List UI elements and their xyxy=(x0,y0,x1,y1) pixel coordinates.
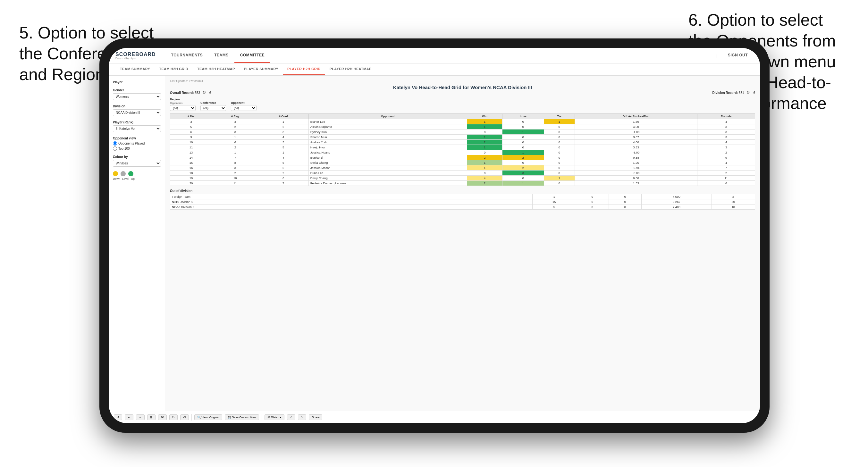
cell-conf: 4 xyxy=(258,155,308,160)
filter-region-label: Region xyxy=(170,98,195,101)
cell-loss: 0 xyxy=(502,145,544,150)
table-row: 16 3 6 Jessica Mason 1 2 0 -0.94 7 xyxy=(170,165,755,170)
table-row: 13 1 1 Jessica Huang 0 1 0 -3.00 2 xyxy=(170,150,755,155)
dot-yellow xyxy=(113,171,118,176)
cell-diff: 3.67 xyxy=(575,135,698,140)
cell-reg: 3 xyxy=(212,119,258,124)
cell-diff: 1.50 xyxy=(575,119,698,124)
out-of-division-table: Foreign Team 1 0 0 4.500 2 NAIA Division… xyxy=(170,194,755,210)
cell-conf: 6 xyxy=(258,165,308,170)
toolbar-back[interactable]: ← xyxy=(125,414,133,420)
cell-loss: 0 xyxy=(502,119,544,124)
cell-reg: 7 xyxy=(212,155,258,160)
sidebar-gender-section: Gender Women's xyxy=(113,89,161,100)
cell-conf: 1 xyxy=(258,119,308,124)
sub-nav-player-h2h-heatmap[interactable]: PLAYER H2H HEATMAP xyxy=(325,63,376,75)
cell-tie: 1 xyxy=(544,176,575,181)
cell-rounds: 4 xyxy=(698,160,755,165)
radio-opponents-played-input[interactable] xyxy=(113,142,117,146)
filter-region-select[interactable]: (All) xyxy=(170,105,195,111)
sidebar-gender-select[interactable]: Women's xyxy=(113,93,161,100)
toolbar-view-original[interactable]: 🔍 View: Original xyxy=(194,414,222,420)
sub-nav-player-h2h-grid[interactable]: PLAYER H2H GRID xyxy=(283,63,325,75)
cell-div: 13 xyxy=(170,150,212,155)
sidebar-division-select[interactable]: NCAA Division III xyxy=(113,109,161,116)
toolbar-expand[interactable]: ⤢ xyxy=(287,414,295,420)
sign-out-link[interactable]: Sign out xyxy=(722,53,753,58)
cell-div: 20 xyxy=(170,181,212,186)
toolbar-sep-1 xyxy=(191,414,192,421)
main-data-table: # Div # Reg # Conf Opponent Win Loss Tie… xyxy=(170,114,755,186)
filter-opponent-select[interactable]: (All) xyxy=(231,105,256,111)
cell-reg: 1 xyxy=(212,135,258,140)
nav-items: TOURNAMENTS TEAMS COMMITTEE xyxy=(165,48,271,63)
division-record-label: Division Record: xyxy=(712,91,738,95)
cell-reg: 6 xyxy=(212,140,258,145)
cell-diff: 3.33 xyxy=(575,145,698,150)
toolbar-watch[interactable]: 👁 Watch ▾ xyxy=(265,414,284,420)
cell-div: 6 xyxy=(170,129,212,135)
ood-cell-tie: 0 xyxy=(609,194,641,199)
ood-table-body: Foreign Team 1 0 0 4.500 2 NAIA Division… xyxy=(170,194,755,210)
sub-nav-player-summary[interactable]: PLAYER SUMMARY xyxy=(240,63,283,75)
table-row: 9 1 4 Sharon Mun 1 0 0 3.67 3 xyxy=(170,135,755,140)
cell-tie: 0 xyxy=(544,124,575,129)
toolbar-cmd[interactable]: ⌘ xyxy=(158,414,167,420)
cell-conf: 3 xyxy=(258,129,308,135)
toolbar-collapse[interactable]: ⤡ xyxy=(298,414,306,420)
sidebar-radio-top100[interactable]: Top 100 xyxy=(113,147,161,151)
filter-group-conference: Conference (All) xyxy=(200,101,226,111)
cell-tie: 1 xyxy=(544,119,575,124)
sidebar-division-section: Division NCAA Division III xyxy=(113,104,161,116)
ood-cell-diff: 9.267 xyxy=(642,199,712,205)
ood-cell-tie: 0 xyxy=(609,205,641,210)
cell-diff: 1.25 xyxy=(575,160,698,165)
radio-top100-input[interactable] xyxy=(113,147,117,151)
sub-nav-team-summary[interactable]: TEAM SUMMARY xyxy=(116,63,155,75)
toolbar-refresh[interactable]: ↻ xyxy=(169,414,178,420)
report-title: Katelyn Vo Head-to-Head Grid for Women's… xyxy=(170,85,755,90)
nav-item-committee[interactable]: COMMITTEE xyxy=(235,48,271,63)
radio-top100-label: Top 100 xyxy=(118,147,130,150)
sub-nav-team-h2h-grid[interactable]: TEAM H2H GRID xyxy=(155,63,193,75)
dot-labels: Down Level Up xyxy=(113,177,161,181)
sidebar-radio-opponents-played[interactable]: Opponents Played xyxy=(113,142,161,146)
cell-div: 9 xyxy=(170,135,212,140)
cell-div: 14 xyxy=(170,155,212,160)
toolbar-undo[interactable]: ↺ xyxy=(114,414,122,420)
cell-rounds: 3 xyxy=(698,129,755,135)
content-panel: Last Updated: 27/03/2024 Katelyn Vo Head… xyxy=(165,75,760,411)
table-row: 20 11 7 Federica Domecq Lacroze 2 1 0 1.… xyxy=(170,181,755,186)
cell-conf: 5 xyxy=(258,160,308,165)
sub-nav-team-h2h-heatmap[interactable]: TEAM H2H HEATMAP xyxy=(193,63,240,75)
toolbar-save-custom[interactable]: 💾 Save Custom View xyxy=(225,414,259,420)
ood-cell-tie: 0 xyxy=(609,199,641,205)
cell-rounds: 4 xyxy=(698,140,755,145)
cell-reg: 2 xyxy=(212,145,258,150)
toolbar-share[interactable]: Share xyxy=(309,414,322,420)
filter-conference-select[interactable]: (All) xyxy=(200,105,226,111)
cell-name: Sharon Mun xyxy=(308,135,467,140)
cell-tie: 0 xyxy=(544,181,575,186)
logo-sub: Powered by clippd xyxy=(116,57,156,60)
th-conf: # Conf xyxy=(258,114,308,119)
overall-record-label: Overall Record: xyxy=(170,91,194,95)
toolbar-forward[interactable]: → xyxy=(136,414,145,420)
filter-conference-label: Conference xyxy=(200,101,226,104)
nav-item-tournaments[interactable]: TOURNAMENTS xyxy=(165,48,209,63)
cell-win: 2 xyxy=(467,181,502,186)
nav-item-teams[interactable]: TEAMS xyxy=(209,48,235,63)
toolbar-grid[interactable]: ⊞ xyxy=(147,414,156,420)
th-rounds: Rounds xyxy=(698,114,755,119)
table-row: 19 10 6 Emily Chang 4 0 1 0.30 11 xyxy=(170,176,755,181)
filter-opponent-label: Opponent xyxy=(231,101,256,104)
cell-loss: 2 xyxy=(502,155,544,160)
sidebar-player-rank-select[interactable]: 8. Katelyn Vo xyxy=(113,125,161,132)
sidebar-division-label: Division xyxy=(113,104,161,108)
table-row: 6 3 3 Sydney Kuo 0 1 0 -1.00 3 xyxy=(170,129,755,135)
th-opponent: Opponent xyxy=(308,114,467,119)
toolbar-clock[interactable]: ⏱ xyxy=(180,414,189,420)
table-row: 18 2 2 Euna Lee 0 3 0 -5.00 2 xyxy=(170,170,755,176)
cell-tie: 0 xyxy=(544,129,575,135)
sidebar-colour-select[interactable]: Win/loss xyxy=(113,160,161,167)
